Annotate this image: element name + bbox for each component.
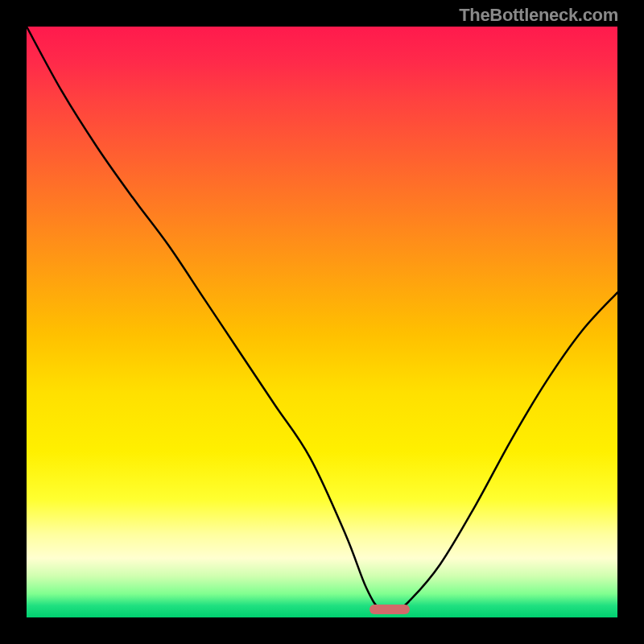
curve-layer — [27, 27, 617, 617]
bottleneck-curve — [27, 27, 617, 613]
watermark-text: TheBottleneck.com — [459, 5, 618, 26]
optimum-marker — [369, 605, 410, 614]
bottleneck-chart: TheBottleneck.com — [0, 0, 644, 644]
plot-area — [27, 27, 617, 617]
